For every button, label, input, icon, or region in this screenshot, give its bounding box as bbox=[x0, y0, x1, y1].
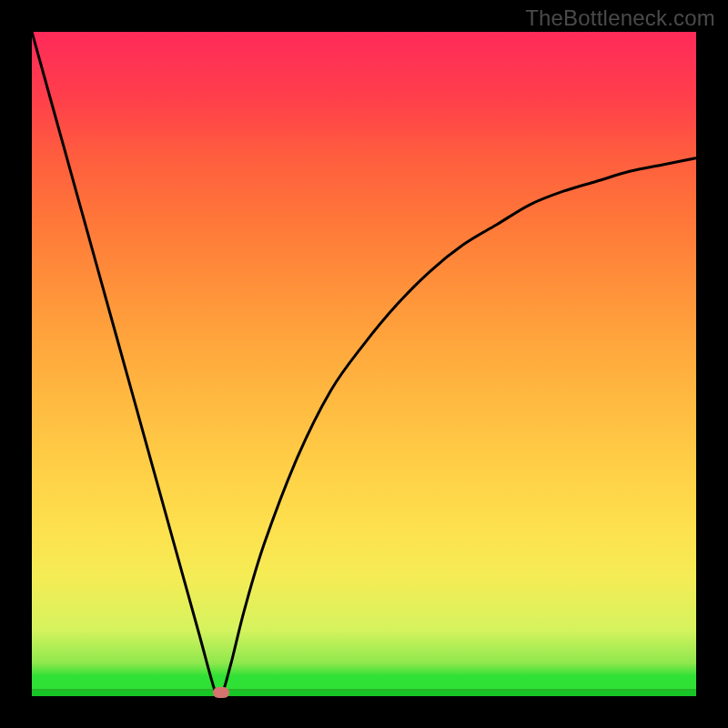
minimum-marker-icon bbox=[213, 687, 229, 698]
bottleneck-curve bbox=[32, 32, 696, 696]
watermark-label: TheBottleneck.com bbox=[525, 5, 715, 31]
plot-area bbox=[32, 32, 696, 696]
curve-svg bbox=[32, 32, 696, 696]
chart-frame: TheBottleneck.com bbox=[0, 0, 728, 728]
